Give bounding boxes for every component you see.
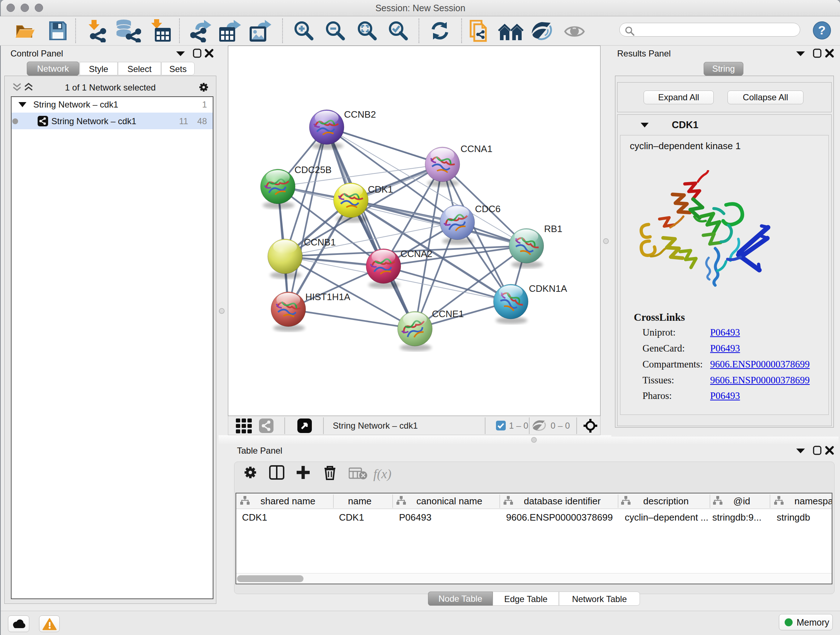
svg-text:CDC6: CDC6 [475,203,501,214]
svg-text:CCNE1: CCNE1 [432,309,464,319]
svg-text:CCNB2: CCNB2 [344,109,376,120]
svg-text:RB1: RB1 [544,223,562,234]
svg-text:CCNA2: CCNA2 [401,249,432,259]
svg-text:CDKN1A: CDKN1A [529,283,567,294]
svg-text:CDK1: CDK1 [368,184,393,195]
svg-text:?: ? [818,23,826,37]
svg-text:CCNB1: CCNB1 [304,237,336,248]
svg-text:CDC25B: CDC25B [294,165,332,175]
svg-text:HIST1H1A: HIST1H1A [305,291,351,302]
svg-text:CCNA1: CCNA1 [461,143,493,154]
